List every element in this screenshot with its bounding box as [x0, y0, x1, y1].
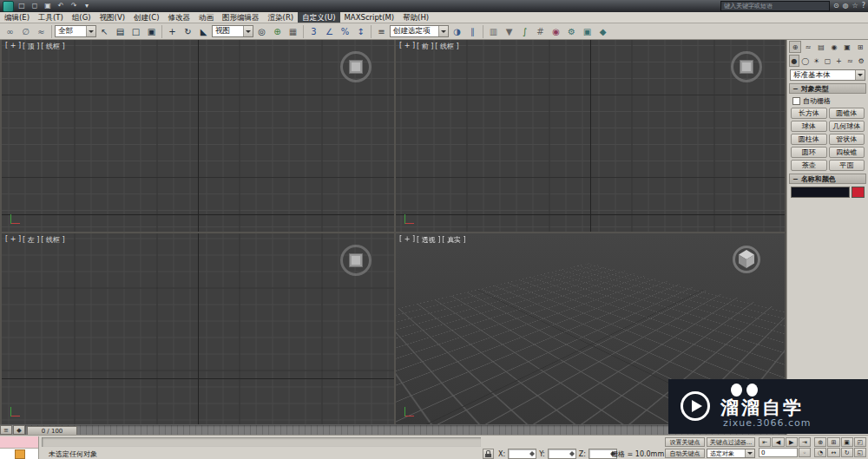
- category-shapes[interactable]: ◯: [800, 55, 811, 67]
- render-production-icon[interactable]: ◆: [595, 24, 610, 39]
- set-key-selection-dropdown[interactable]: 选定对象: [707, 449, 755, 458]
- menu-item[interactable]: 渲染(R): [264, 12, 299, 23]
- viewport-general-menu[interactable]: [ + ]: [5, 235, 21, 245]
- viewport-shading-menu[interactable]: [ 线框 ]: [41, 235, 64, 245]
- object-type-button[interactable]: 茶壶: [791, 160, 827, 171]
- favorites-icon[interactable]: ☆: [852, 1, 858, 11]
- go-to-end-button[interactable]: ⇥: [799, 437, 811, 447]
- subcategory-dropdown[interactable]: 标准基本体: [790, 69, 865, 81]
- tab-modify[interactable]: ≈: [802, 41, 814, 53]
- viewport-front[interactable]: [ + ] [ 前 ] [ 线框 ]: [396, 40, 785, 232]
- category-helpers[interactable]: +: [833, 55, 844, 67]
- maximize-viewport-toggle-icon[interactable]: ◱: [854, 448, 866, 457]
- zoom-icon[interactable]: ⊕: [814, 437, 826, 447]
- select-by-name-icon[interactable]: ▤: [113, 24, 128, 39]
- listener-handle[interactable]: [15, 449, 25, 459]
- menu-item[interactable]: 修改器: [164, 12, 195, 23]
- select-and-manipulate-icon[interactable]: ⊕: [270, 24, 285, 39]
- category-lights[interactable]: ☀: [812, 55, 822, 67]
- key-filters-button[interactable]: 关键点过滤器...: [707, 437, 755, 447]
- auto-key-button[interactable]: 自动关键点: [665, 449, 705, 458]
- window-crossing-icon[interactable]: ▣: [144, 24, 159, 39]
- select-and-link-icon[interactable]: ∞: [3, 24, 17, 39]
- edit-named-selection-sets-icon[interactable]: ≡: [374, 24, 389, 39]
- viewport-left[interactable]: [ + ] [ 左 ] [ 线框 ]: [2, 233, 394, 424]
- zoom-all-icon[interactable]: ⊞: [827, 437, 839, 447]
- viewcube-face[interactable]: [349, 60, 363, 74]
- spinner-snap-icon[interactable]: ↕: [353, 24, 368, 39]
- current-frame-field[interactable]: 0: [759, 448, 798, 457]
- viewport-general-menu[interactable]: [ + ]: [5, 42, 21, 51]
- viewport-top[interactable]: [ + ] [ 顶 ] [ 线框 ]: [2, 40, 394, 232]
- menu-item[interactable]: MAXScript(M): [340, 12, 399, 23]
- pan-view-icon[interactable]: ↔: [827, 448, 839, 457]
- play-animation-button[interactable]: ▶: [786, 437, 798, 447]
- use-pivot-point-center-icon[interactable]: ◎: [254, 24, 269, 39]
- autogrid-checkbox[interactable]: [792, 97, 800, 105]
- object-type-button[interactable]: 平面: [829, 160, 865, 171]
- viewport-general-menu[interactable]: [ + ]: [399, 42, 415, 51]
- object-type-button[interactable]: 圆柱体: [791, 134, 827, 145]
- menu-item[interactable]: 帮助(H): [398, 12, 433, 23]
- zoom-extents-all-icon[interactable]: ◰: [854, 437, 866, 447]
- rectangular-selection-region-icon[interactable]: □: [128, 24, 143, 39]
- name-color-rollout-header[interactable]: − 名称和颜色: [789, 174, 866, 184]
- infocenter-search-input[interactable]: 键入关键字或短语: [720, 1, 830, 11]
- category-space-warps[interactable]: ≈: [845, 55, 855, 67]
- viewcube[interactable]: [731, 51, 762, 82]
- snap-toggle-3d-icon[interactable]: 3: [306, 24, 321, 39]
- menu-item[interactable]: 动画: [194, 12, 218, 23]
- undo-icon[interactable]: ↶: [56, 1, 66, 11]
- open-mini-curve-editor-button[interactable]: ≡: [0, 425, 12, 435]
- category-cameras[interactable]: ▢: [823, 55, 833, 67]
- tab-display[interactable]: ▣: [841, 41, 853, 53]
- tab-hierarchy[interactable]: ▤: [815, 41, 827, 53]
- selection-lock-button[interactable]: [483, 449, 494, 459]
- tab-utilities[interactable]: ⊞: [854, 41, 866, 53]
- render-setup-icon[interactable]: ⚙: [564, 24, 579, 39]
- object-type-button[interactable]: 球体: [791, 121, 827, 132]
- select-and-rotate-icon[interactable]: ↻: [181, 24, 195, 39]
- unlink-selection-icon[interactable]: ∅: [18, 24, 33, 39]
- object-type-button[interactable]: 管状体: [829, 134, 865, 145]
- search-icon[interactable]: ⊙: [833, 1, 839, 11]
- schematic-view-icon[interactable]: #: [533, 24, 548, 39]
- object-color-swatch[interactable]: [852, 187, 865, 198]
- object-type-button[interactable]: 几何球体: [829, 121, 865, 132]
- select-object-icon[interactable]: ↖: [97, 24, 112, 39]
- percent-snap-icon[interactable]: %: [338, 24, 352, 39]
- save-file-icon[interactable]: ▣: [43, 1, 53, 11]
- orbit-icon[interactable]: ↻: [841, 448, 853, 457]
- tab-motion[interactable]: ◉: [828, 41, 840, 53]
- zoom-extents-icon[interactable]: ▣: [841, 437, 853, 447]
- viewcube-cube-icon[interactable]: [739, 250, 754, 268]
- new-scene-icon[interactable]: □: [16, 1, 27, 11]
- set-key-button[interactable]: 设置关键点: [665, 437, 705, 447]
- menu-item[interactable]: 图形编辑器: [218, 12, 264, 23]
- y-coordinate-field[interactable]: [548, 449, 576, 459]
- category-geometry[interactable]: ●: [789, 55, 799, 67]
- help-icon[interactable]: ?: [862, 1, 865, 11]
- viewport-pov-menu[interactable]: [ 左 ]: [23, 235, 39, 245]
- open-file-icon[interactable]: ◻: [30, 1, 40, 11]
- category-systems[interactable]: ⚙: [856, 55, 866, 67]
- maxscript-mini-listener[interactable]: [0, 436, 39, 459]
- viewcube-3d[interactable]: [731, 244, 762, 275]
- go-to-start-button[interactable]: ⇤: [759, 437, 771, 447]
- selection-filter-dropdown[interactable]: 全部: [55, 25, 96, 37]
- object-type-button[interactable]: 长方体: [791, 108, 827, 119]
- viewport-pov-menu[interactable]: [ 前 ]: [417, 42, 433, 51]
- menu-item[interactable]: 编辑(E): [0, 12, 34, 23]
- viewcube-face[interactable]: [349, 253, 363, 267]
- object-type-button[interactable]: 圆环: [791, 147, 827, 158]
- viewport-pov-menu[interactable]: [ 顶 ]: [23, 42, 39, 51]
- app-logo-icon[interactable]: [3, 1, 14, 12]
- viewport-shading-menu[interactable]: [ 线框 ]: [41, 42, 64, 51]
- object-type-button[interactable]: 圆锥体: [829, 108, 865, 119]
- menu-item[interactable]: 自定义(U): [298, 12, 339, 23]
- viewport-shading-menu[interactable]: [ 线框 ]: [435, 42, 458, 51]
- curve-editor-icon[interactable]: ∫: [517, 24, 532, 39]
- viewcube[interactable]: [340, 51, 372, 82]
- x-coordinate-field[interactable]: [508, 449, 536, 459]
- menu-item[interactable]: 组(G): [68, 12, 95, 23]
